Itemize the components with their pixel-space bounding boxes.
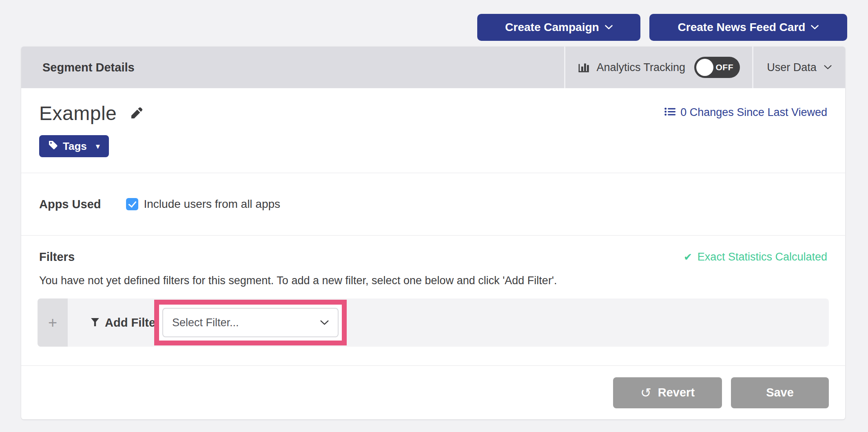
tags-button-label: Tags [63,140,87,153]
create-news-feed-card-button[interactable]: Create News Feed Card [649,14,847,41]
changes-link-label: 0 Changes Since Last Viewed [680,106,827,119]
create-news-feed-card-label: Create News Feed Card [678,21,806,34]
panel-title: Segment Details [21,47,564,88]
add-filter-label: Add Filter [105,316,160,330]
select-filter-value: Select Filter... [172,316,239,329]
user-data-dropdown[interactable]: User Data [752,47,845,88]
revert-icon: ↺ [640,385,651,401]
panel-header: Segment Details Analytics Tracking OFF U… [21,47,845,88]
pencil-icon [129,116,144,122]
caret-down-icon: ▾ [96,141,100,151]
include-all-apps-row: Include users from all apps [126,198,280,211]
include-all-apps-checkbox[interactable] [126,198,138,210]
filters-label: Filters [39,250,75,264]
segment-details-card: Segment Details Analytics Tracking OFF U… [21,47,845,419]
user-data-label: User Data [767,61,817,74]
analytics-tracking-toggle[interactable]: OFF [694,57,740,78]
filters-empty-message: You have not yet defined filters for thi… [38,274,829,287]
add-filter-plus-button[interactable]: + [38,298,68,347]
chevron-down-icon [605,25,613,30]
apps-used-label: Apps Used [39,198,101,211]
include-all-apps-label: Include users from all apps [144,198,280,211]
select-filter-dropdown[interactable]: Select Filter... [162,308,339,337]
footer-actions: ↺ Revert Save [21,365,845,419]
toggle-knob [696,59,713,76]
save-button-label: Save [766,386,794,399]
apps-used-section: Apps Used Include users from all apps [21,173,845,235]
funnel-icon [91,316,100,330]
exact-statistics-status: ✔ Exact Statistics Calculated [684,251,827,263]
segment-name: Example [39,102,117,125]
select-filter-highlight: Select Filter... [154,300,347,345]
tags-button[interactable]: Tags ▾ [39,135,109,157]
chevron-down-icon [811,25,819,30]
exact-statistics-label: Exact Statistics Calculated [698,251,827,263]
create-campaign-button[interactable]: Create Campaign [477,14,640,41]
segment-title-section: Example 0 Changes Since Last Viewed [21,88,845,173]
edit-name-button[interactable] [129,106,144,121]
filters-header-row: Filters ✔ Exact Statistics Calculated [38,250,829,264]
changes-since-last-viewed-link[interactable]: 0 Changes Since Last Viewed [664,106,827,119]
select-filter-highlight-inner: Select Filter... [159,305,342,341]
plus-icon: + [48,314,57,332]
tag-icon [48,140,58,153]
revert-button-label: Revert [658,386,695,399]
check-icon: ✔ [684,251,692,263]
add-filter-row: + Add Filter Select Filter... [38,298,829,347]
filters-section: Filters ✔ Exact Statistics Calculated Yo… [21,235,845,365]
revert-button[interactable]: ↺ Revert [613,377,722,408]
toggle-state-label: OFF [716,57,734,78]
list-icon [664,106,675,119]
add-filter-label-group: Add Filter [91,316,160,330]
analytics-tracking-section: Analytics Tracking OFF [564,47,752,88]
save-button[interactable]: Save [731,377,829,408]
create-campaign-label: Create Campaign [505,21,599,34]
bar-chart-icon [578,60,590,74]
chevron-down-icon [824,65,832,70]
analytics-tracking-label: Analytics Tracking [596,61,685,74]
chevron-down-icon [320,320,329,325]
